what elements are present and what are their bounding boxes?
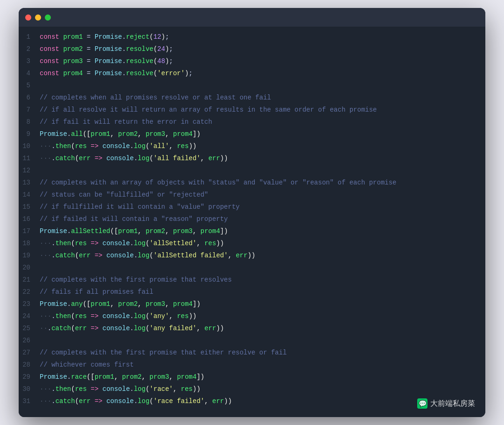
code-line: 8 // if fail it will return the error in… [19,116,485,128]
wechat-icon: 💬 [417,398,427,409]
code-line: 14 // status can be "fullfilled" or "rej… [19,189,485,201]
code-line: 13 // completes with an array of objects… [19,177,485,189]
watermark-text: 大前端私房菜 [430,399,475,409]
code-line: 9 Promise.all([prom1, prom2, prom3, prom… [19,128,485,141]
code-line: 28 // whichever comes first [19,359,485,371]
code-line: 25 ··.catch(err => console.log('any fail… [19,323,485,335]
code-line: 27 // completes with the first promise t… [19,347,485,359]
code-line: 5 [19,80,485,92]
code-line: 1 const prom1 = Promise.reject(12); [19,31,485,43]
code-line: 17 Promise.allSettled([prom1, prom2, pro… [19,226,485,238]
code-line: 7 // if all resolve it will return an ar… [19,104,485,116]
code-line: 20 [19,262,485,274]
titlebar [19,8,485,27]
code-line: 11 ···.catch(err => console.log('all fai… [19,153,485,165]
code-line: 30 ···.then(res => console.log('race', r… [19,383,485,396]
code-line: 23 Promise.any([prom1, prom2, prom3, pro… [19,298,485,311]
minimize-button[interactable] [35,14,41,21]
code-line: 6 // completes when all promises resolve… [19,92,485,104]
code-line: 3 const prom3 = Promise.resolve(48); [19,56,485,68]
code-line: 2 const prom2 = Promise.resolve(24); [19,43,485,56]
code-line: 16 // if failed it will contain a "reaso… [19,213,485,226]
code-editor: 1 const prom1 = Promise.reject(12); 2 co… [19,27,485,417]
code-line: 10 ···.then(res => console.log('all', re… [19,141,485,153]
maximize-button[interactable] [45,14,51,21]
watermark: 💬 大前端私房菜 [417,398,475,409]
code-line: 12 [19,165,485,177]
code-line: 29 Promise.race([prom1, prom2, prom3, pr… [19,371,485,383]
code-line: 24 ···.then(res => console.log('any', re… [19,311,485,323]
code-line: 31 ···.catch(err => console.log('race fa… [19,396,485,408]
code-line: 21 // completes with the first promise t… [19,274,485,286]
code-window: 1 const prom1 = Promise.reject(12); 2 co… [19,8,485,417]
code-line: 18 ···.then(res => console.log('allSettl… [19,238,485,250]
code-line: 4 const prom4 = Promise.resolve('error')… [19,68,485,80]
code-line: 19 ···.catch(err => console.log('allSett… [19,250,485,262]
code-line: 22 // fails if all promises fail [19,286,485,298]
close-button[interactable] [25,14,31,21]
code-line: 26 [19,335,485,347]
code-line: 15 // if fullfilled it will contain a "v… [19,201,485,213]
